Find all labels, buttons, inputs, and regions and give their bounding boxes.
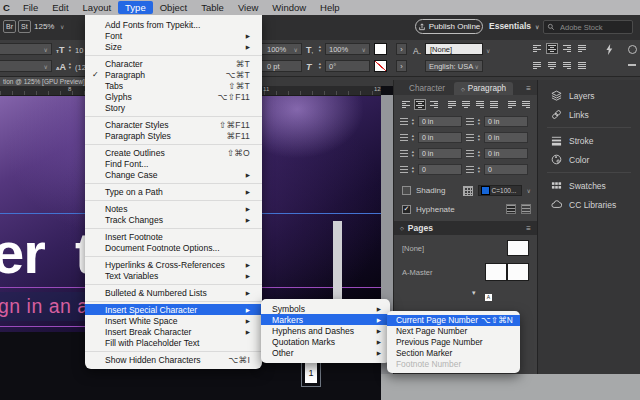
right-indent-field[interactable]: 0 in — [484, 116, 528, 127]
stroke-none-swatch[interactable] — [374, 60, 387, 72]
panel-menu-icon[interactable]: ≡ — [526, 84, 537, 95]
hyphenate-checkbox[interactable]: ✓ — [402, 205, 411, 214]
menu-item-insert-break-character[interactable]: Insert Break Character▶ — [85, 326, 262, 337]
align-right-button[interactable] — [428, 99, 440, 110]
menu-item-paragraph[interactable]: ✓Paragraph⌥⌘T — [85, 69, 262, 80]
submenu-item-hyphens-and-dashes[interactable]: Hyphens and Dashes▶ — [261, 325, 390, 336]
markers-item-current-page-number[interactable]: Current Page Number⌥⇧⌘N — [387, 315, 520, 326]
quick-apply-icon[interactable] — [605, 44, 614, 55]
pages-menu-icon[interactable]: ≡ — [526, 224, 531, 233]
dock-item-color[interactable]: Color — [538, 150, 640, 169]
menubar-table[interactable]: Table — [194, 1, 231, 14]
markers-item-previous-page-number[interactable]: Previous Page Number — [387, 337, 520, 348]
submenu-item-other[interactable]: Other▶ — [261, 348, 390, 359]
menu-item-show-hidden-characters[interactable]: Show Hidden Characters⌥⌘I — [85, 354, 262, 365]
target-icon[interactable] — [628, 45, 637, 54]
space-after-field[interactable]: 0 in — [484, 148, 528, 159]
zoom-level-select[interactable]: 125% — [34, 22, 54, 31]
dropcap-chars-field[interactable]: 0 — [484, 164, 528, 175]
menu-item-fill-with-placeholder-text[interactable]: Fill with Placeholder Text — [85, 337, 262, 348]
dock-item-links[interactable]: Links — [538, 105, 640, 124]
bridge-button[interactable]: Br — [3, 20, 16, 33]
dock-item-swatches[interactable]: Swatches — [538, 176, 640, 195]
char-style-select[interactable]: [None] — [425, 43, 483, 55]
align-center-button[interactable] — [546, 43, 558, 54]
justify-left-button[interactable] — [576, 43, 588, 54]
justify-right-button[interactable] — [474, 99, 486, 110]
justify-center-button[interactable] — [460, 99, 472, 110]
menu-item-insert-footnote[interactable]: Insert Footnote — [85, 231, 262, 242]
skew-field[interactable]: 0° — [325, 60, 370, 72]
dropcap-lines-field[interactable]: 0 — [418, 164, 462, 175]
skew-stepper[interactable] — [317, 62, 323, 70]
menu-item-size[interactable]: Size▶ — [85, 41, 262, 52]
menu-item-create-outlines[interactable]: Create Outlines⇧⌘O — [85, 147, 262, 158]
left-indent-field[interactable]: 0 in — [418, 116, 462, 127]
menubar-layout[interactable]: Layout — [76, 1, 119, 14]
menu-item-add-fonts-from-typekit[interactable]: Add Fonts from Typekit... — [85, 19, 262, 30]
last-line-indent-field[interactable]: 0 in — [484, 132, 528, 143]
menu-item-change-case[interactable]: Change Case▶ — [85, 169, 262, 180]
menu-item-glyphs[interactable]: Glyphs⌥⇧F11 — [85, 91, 262, 102]
align-left-button[interactable] — [531, 43, 543, 54]
menubar-edit[interactable]: Edit — [45, 1, 75, 14]
menu-item-character[interactable]: Character⌘T — [85, 58, 262, 69]
menu-item-story[interactable]: Story — [85, 102, 262, 113]
align-center-button[interactable] — [414, 99, 426, 110]
space-before-field[interactable]: 0 in — [418, 148, 462, 159]
align-toward-spine-button[interactable] — [506, 99, 518, 110]
menu-item-tabs[interactable]: Tabs⇧⌘T — [85, 80, 262, 91]
justify-left-button[interactable] — [446, 99, 458, 110]
stock-button[interactable]: St — [18, 20, 31, 33]
flyout-button[interactable]: › — [396, 60, 407, 72]
markers-item-next-page-number[interactable]: Next Page Number — [387, 326, 520, 337]
font-style-select[interactable] — [0, 60, 52, 72]
align-away-spine-button[interactable] — [520, 99, 532, 110]
menu-item-font[interactable]: Font▶ — [85, 30, 262, 41]
menu-item-paragraph-styles[interactable]: Paragraph Styles⌘F11 — [85, 130, 262, 141]
leading-stepper[interactable] — [67, 62, 73, 70]
search-input[interactable] — [558, 22, 626, 33]
menu-item-find-font[interactable]: Find Font... — [85, 158, 262, 169]
stepper[interactable] — [410, 166, 416, 174]
stepper[interactable] — [476, 118, 482, 126]
menubar-view[interactable]: View — [231, 1, 265, 14]
stepper[interactable] — [410, 134, 416, 142]
stock-search-box[interactable] — [543, 20, 633, 34]
menu-item-type-on-a-path[interactable]: Type on a Path▶ — [85, 186, 262, 197]
a-master-row[interactable]: A-Master — [394, 258, 537, 283]
stepper[interactable] — [476, 150, 482, 158]
menubar-help[interactable]: Help — [313, 1, 347, 14]
flyout-button[interactable]: › — [396, 43, 407, 55]
menu-item-insert-special-character[interactable]: Insert Special Character▶ — [85, 304, 262, 315]
justify-last-left-button[interactable] — [531, 60, 543, 71]
shading-checkbox[interactable] — [402, 186, 411, 195]
panel-option-icon[interactable] — [521, 204, 531, 214]
submenu-item-symbols[interactable]: Symbols▶ — [261, 303, 390, 314]
tab-character[interactable]: Character — [402, 82, 452, 95]
menubar-object[interactable]: Object — [153, 1, 194, 14]
dock-item-layers[interactable]: Layers — [538, 86, 640, 105]
subline-text[interactable]: gn in an a — [0, 295, 89, 318]
menu-item-character-styles[interactable]: Character Styles⇧⌘F11 — [85, 119, 262, 130]
submenu-item-quotation-marks[interactable]: Quotation Marks▶ — [261, 337, 390, 348]
publish-online-button[interactable]: Publish Online — [415, 19, 483, 34]
shading-settings-icon[interactable] — [463, 186, 473, 196]
font-family-select[interactable] — [0, 43, 52, 55]
shading-color-select[interactable]: C=100... — [478, 185, 522, 196]
menu-item-text-variables[interactable]: Text Variables▶ — [85, 270, 262, 281]
horizontal-scale-field[interactable]: 100% — [325, 43, 370, 55]
minimize-panel-icon[interactable] — [628, 64, 636, 66]
align-right-button[interactable] — [561, 43, 573, 54]
justify-last-right-button[interactable] — [561, 60, 573, 71]
markers-item-section-marker[interactable]: Section Marker — [387, 347, 520, 358]
stepper[interactable] — [476, 134, 482, 142]
justify-all-button[interactable] — [576, 60, 588, 71]
menu-item-notes[interactable]: Notes▶ — [85, 203, 262, 214]
dock-item-cc-libraries[interactable]: CC Libraries — [538, 195, 640, 214]
stepper[interactable] — [410, 118, 416, 126]
document-tab[interactable]: tion @ 125% [GPU Preview] — [0, 76, 97, 86]
stepper[interactable] — [410, 150, 416, 158]
menu-item-bulleted-numbered-lists[interactable]: Bulleted & Numbered Lists▶ — [85, 287, 262, 298]
master-none-row[interactable]: [None] — [394, 235, 537, 258]
